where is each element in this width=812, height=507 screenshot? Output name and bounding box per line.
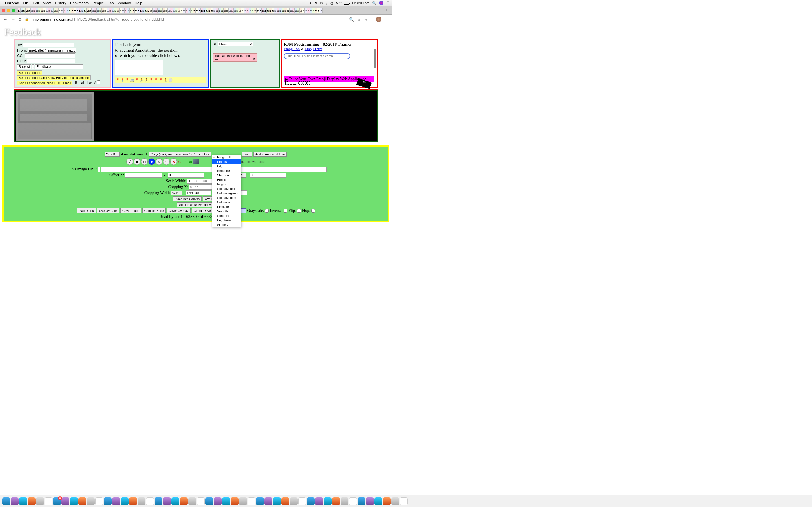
filter-option-smooth[interactable]: Smooth [212,209,241,214]
subject-input[interactable] [35,64,83,69]
your-select[interactable]: Your ⇵ [105,152,119,157]
filter-option-sketchy[interactable]: Sketchy [212,223,241,227]
tool-rect-icon[interactable]: ▢ [141,158,148,165]
vs-url-plus[interactable] [98,167,100,172]
cover-place-button[interactable]: Cover Place [120,208,141,213]
maximize-window-button[interactable] [12,9,15,12]
battery-status[interactable]: 57% [336,1,349,5]
filter-option-colourizeblue[interactable]: Colourizeblue [212,195,241,200]
bluetooth-icon[interactable]: ᛒ [326,1,327,5]
tool-delete-icon[interactable]: ✖ [170,158,177,165]
zoom-out-icon[interactable]: ⊖ [178,159,182,164]
offset-y-input[interactable] [168,173,204,178]
place-into-canvas-button[interactable]: Place into Canvas [172,196,202,202]
bcc-input[interactable] [27,59,75,63]
entities-search-input[interactable] [284,53,350,59]
cropping-width-input[interactable] [186,190,211,195]
forward-button[interactable]: → [11,17,16,22]
above-fragment-button[interactable]: bove [242,152,252,157]
tool-line-icon[interactable]: ╱ [126,158,133,165]
airplay-icon[interactable]: ⧉ [320,1,323,5]
grayscale-checkbox[interactable] [265,209,269,213]
menu-window[interactable]: Window [117,1,131,5]
add-film-button[interactable]: Add to Animated Film [253,152,287,157]
offset-x-input[interactable] [125,173,162,178]
tutorials-button[interactable]: Tutorials (show blog, toggle sor ⇵ [213,53,257,62]
menu-help[interactable]: Help [135,1,142,5]
filter-option-edge[interactable]: Edge [212,164,241,168]
cc-input[interactable] [24,53,75,58]
browser-tab[interactable]: ● [320,8,322,13]
pct-select[interactable]: % ⇵ [171,191,182,195]
filter-option-negedge[interactable]: Negedge [212,168,241,173]
emoji-terra-link[interactable]: Emoji Terra [305,47,322,51]
app-name[interactable]: Chrome [5,1,19,5]
filter-option-image-filter-[interactable]: Image Filter ... [212,155,241,159]
cover-overlay-button[interactable]: Cover Overlay [167,208,190,213]
siri-icon[interactable] [379,1,384,5]
minimize-window-button[interactable] [7,9,10,12]
filter-option-pixellate[interactable]: Pixellate [212,205,241,209]
copy-paste-button[interactable]: Copy (via 2) and Paste (via 1) Parts of … [149,152,211,157]
flop-checkbox[interactable] [311,209,315,213]
filter-option-emboss[interactable]: Emboss [212,159,241,164]
extension-icon[interactable]: ▼ [364,17,368,22]
tool-fillrect-icon[interactable]: ■ [134,158,140,165]
close-window-button[interactable] [2,9,5,12]
filter-option-brightness[interactable]: Brightness [212,218,241,223]
emoji-css-link[interactable]: Emoji CSS [284,47,300,51]
filter-option-negate[interactable]: Negate [212,182,241,186]
zoom-in-icon[interactable]: ⊕ [189,159,192,164]
place-click-button[interactable]: Place Click [77,208,96,213]
zoom-icon[interactable]: 🔍 [349,17,354,22]
menu-people[interactable]: People [93,1,104,5]
filter-option-colourizegreen[interactable]: Colourizegreen [212,191,241,195]
new-tab-button[interactable]: + [382,7,390,13]
bookmark-star-icon[interactable]: ☆ [357,17,361,22]
collapse-arrow-icon[interactable]: ▼ [213,42,217,47]
menu-edit[interactable]: Edit [33,1,39,5]
scaling-button[interactable]: Scaling as shown above [177,202,214,207]
send-feedback-image-button[interactable]: Send Feedback and Show Body of Email as … [17,75,91,80]
notifications-icon[interactable]: ☰ [386,1,389,5]
filter-option-sharpen[interactable]: Sharpen [212,173,241,177]
recall-last-checkbox[interactable] [97,80,100,84]
status-icon[interactable]: M [315,1,317,5]
wifi-icon[interactable]: ◶ [331,1,333,5]
inverse-checkbox[interactable] [284,209,287,213]
menu-tab[interactable]: Tab [108,1,114,5]
send-feedback-inline-button[interactable]: Send Feedback as Inline HTML Email [17,80,72,85]
filter-option-colourizered[interactable]: Colourizered [212,186,241,191]
es-input[interactable] [250,173,286,178]
menu-view[interactable]: View [43,1,51,5]
tool-curve-icon[interactable]: 〰 [163,158,170,165]
tool-hollowcircle-icon[interactable]: ○ [156,158,162,165]
contain-place-button[interactable]: Contain Place [142,208,166,213]
menu-file[interactable]: File [23,1,29,5]
status-icon[interactable]: ✦ [309,1,312,5]
feedback-textarea[interactable] [115,60,163,75]
menu-bookmarks[interactable]: Bookmarks [70,1,89,5]
from-input[interactable] [28,48,76,53]
send-feedback-button[interactable]: Send Feedback [17,70,42,75]
filter-option-colourize[interactable]: Colourize [212,200,241,205]
canvas-area[interactable] [14,90,377,142]
mini-thumb[interactable] [193,159,199,165]
back-button[interactable]: ← [3,17,8,22]
profile-avatar[interactable] [376,17,382,22]
scrollbar-thumb[interactable] [374,49,376,68]
overlay-click-button[interactable]: Overlay Click [97,208,119,213]
spotlight-icon[interactable]: 🔍 [372,1,376,5]
zoom-reset-icon[interactable]: ― [183,159,187,164]
reload-button[interactable]: ⟳ [18,17,22,22]
clock[interactable]: Fri 8:00 pm [352,1,369,5]
flip-checkbox[interactable] [297,209,301,213]
filter-option-boxblur[interactable]: Boxblur [212,177,241,182]
ideas-select[interactable]: Ideas: [218,42,253,47]
emoji-strip[interactable]: 📍📍📍🚐📍🏃🚶📍📍📍🚶⚪ [115,77,206,82]
tool-circle-icon[interactable]: ● [148,158,155,165]
chrome-menu-icon[interactable]: ⋮ [385,17,389,22]
menu-history[interactable]: History [55,1,66,5]
to-input[interactable] [23,43,74,47]
filter-option-contrast[interactable]: Contrast [212,214,241,218]
